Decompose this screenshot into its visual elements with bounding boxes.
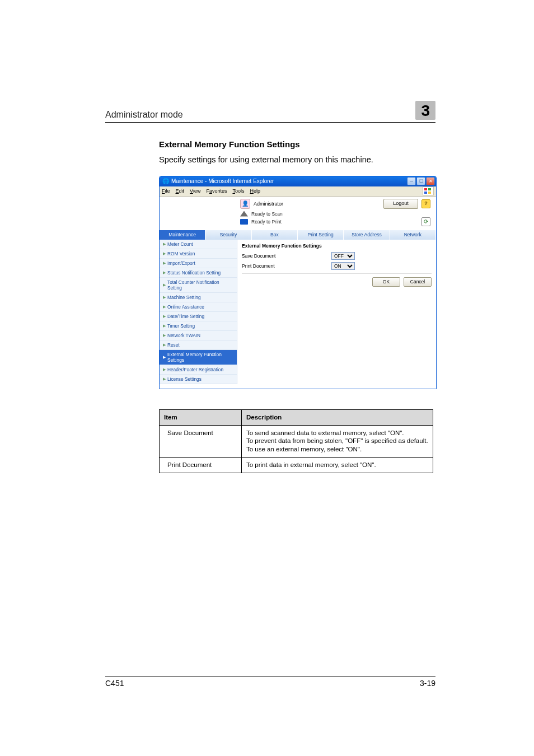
panel-title: External Memory Function Settings [242,243,432,249]
sidebar-item[interactable]: ▶External Memory Function Settings [160,350,237,365]
sidebar-item[interactable]: ▶Network TWAIN [160,331,237,340]
triangle-icon: ▶ [163,333,166,338]
triangle-icon: ▶ [163,314,166,319]
ie-window: 🌐 Maintenance - Microsoft Internet Explo… [159,176,437,389]
sidebar-item-label: Timer Setting [167,323,195,329]
chapter-number: 3 [421,102,430,119]
logout-button[interactable]: Logout [383,199,418,209]
setting-label: Save Document [242,253,331,259]
setting-select[interactable]: OFFON [331,252,355,260]
scanner-icon [240,211,248,217]
triangle-icon: ▶ [163,261,166,265]
description-table: Item Description Save DocumentTo send sc… [159,409,433,474]
triangle-icon: ▶ [163,270,166,275]
cell-desc: To send scanned data to external memory,… [242,425,433,458]
triangle-icon: ▶ [163,242,166,246]
footer-model: C451 [105,679,124,688]
sidebar-item-label: Total Counter Notification Setting [167,279,233,291]
status-scan: Ready to Scan [251,211,283,217]
admin-label: Administrator [254,201,283,207]
triangle-icon: ▶ [163,377,166,381]
chapter-tab: 3 [415,101,435,120]
sidebar-item[interactable]: ▶Reset [160,340,237,350]
sidebar-item-label: ROM Version [167,251,195,256]
sidebar-item[interactable]: ▶Meter Count [160,240,237,249]
triangle-icon: ▶ [163,367,166,372]
admin-icon: 👤 [240,199,250,209]
sidebar-item[interactable]: ▶Import/Export [160,259,237,268]
tab-print-setting[interactable]: Print Setting [298,230,344,240]
menu-view[interactable]: View [190,188,200,194]
sidebar-item-label: Machine Setting [167,295,201,300]
cell-item: Save Document [160,425,242,458]
windows-flag-icon [423,186,434,195]
tab-network[interactable]: Network [390,230,436,240]
tab-maintenance[interactable]: Maintenance [160,230,205,240]
setting-select[interactable]: OFFON [331,262,355,270]
help-icon[interactable]: ? [421,199,430,208]
setting-row: Save DocumentOFFON [242,252,432,260]
sidebar-item-label: External Memory Function Settings [167,352,233,363]
sidebar-item-label: Meter Count [167,241,193,247]
triangle-icon: ▶ [163,324,166,328]
cell-item: Print Document [160,458,242,473]
sidebar-item[interactable]: ▶Status Notification Setting [160,268,237,278]
sidebar-item-label: Header/Footer Registration [167,367,223,372]
sidebar-item-label: Network TWAIN [167,333,200,338]
tab-box[interactable]: Box [252,230,298,240]
sidebar-item[interactable]: ▶Total Counter Notification Setting [160,278,237,293]
triangle-icon: ▶ [163,305,166,309]
triangle-icon: ▶ [163,283,166,287]
menu-favorites[interactable]: Favorites [206,188,227,194]
running-head: Administrator mode [105,110,183,120]
triangle-icon: ▶ [163,355,166,360]
cell-desc: To print data in external memory, select… [242,458,433,473]
sidebar-item[interactable]: ▶ROM Version [160,249,237,259]
cancel-button[interactable]: Cancel [404,277,432,287]
th-desc: Description [242,409,433,425]
tab-security[interactable]: Security [205,230,251,240]
window-maximize-button[interactable]: ☐ [416,177,425,185]
window-close-button[interactable]: ✕ [426,177,435,185]
sidebar-item-label: License Settings [167,376,202,382]
sidebar-item-label: Reset [167,342,180,348]
menu-tools[interactable]: Tools [232,188,244,194]
sidebar-item[interactable]: ▶Timer Setting [160,321,237,331]
section-intro: Specify settings for using external memo… [159,155,435,166]
ok-button[interactable]: OK [372,277,400,287]
menu-edit[interactable]: Edit [176,188,185,194]
sidebar-item[interactable]: ▶Header/Footer Registration [160,365,237,375]
sidebar-item-label: Date/Time Setting [167,314,204,319]
ie-logo-icon: 🌐 [162,178,169,184]
table-row: Save DocumentTo send scanned data to ext… [160,425,433,458]
window-minimize-button[interactable]: ─ [407,177,416,185]
setting-row: Print DocumentOFFON [242,262,432,270]
printer-icon [240,219,248,225]
refresh-icon[interactable]: ⟳ [421,217,430,226]
menu-file[interactable]: File [162,188,170,194]
sidebar-item-label: Online Assistance [167,304,204,310]
triangle-icon: ▶ [163,295,166,300]
tab-store-address[interactable]: Store Address [344,230,390,240]
ie-titlebar: 🌐 Maintenance - Microsoft Internet Explo… [160,176,436,186]
triangle-icon: ▶ [163,343,166,347]
sidebar-item-label: Status Notification Setting [167,270,221,276]
ie-menubar: File Edit View Favorites Tools Help [160,186,436,197]
th-item: Item [160,409,242,425]
sidebar-item[interactable]: ▶Machine Setting [160,293,237,302]
sidebar-item[interactable]: ▶License Settings [160,375,237,384]
status-print: Ready to Print [251,219,282,225]
menu-help[interactable]: Help [250,188,260,194]
sidebar-item-label: Import/Export [167,260,195,266]
sidebar-item[interactable]: ▶Date/Time Setting [160,312,237,321]
ie-title: Maintenance - Microsoft Internet Explore… [171,178,274,184]
table-row: Print DocumentTo print data in external … [160,458,433,473]
setting-label: Print Document [242,263,331,269]
footer-page: 3-19 [420,679,435,688]
section-heading: External Memory Function Settings [159,139,435,149]
triangle-icon: ▶ [163,251,166,256]
sidebar-item[interactable]: ▶Online Assistance [160,302,237,312]
